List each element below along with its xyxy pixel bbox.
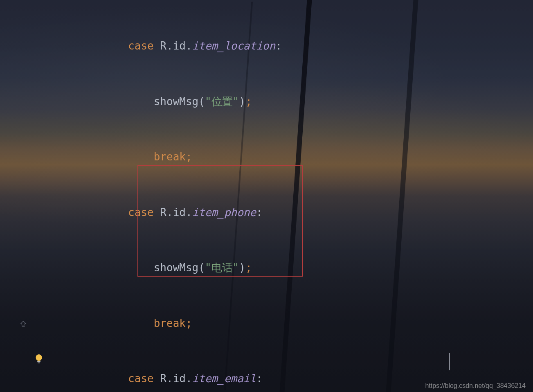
field-item-phone: item_phone [192, 206, 256, 219]
text-caret [449, 353, 450, 370]
id-id: id [173, 40, 186, 52]
field-item-location: item_location [192, 40, 276, 52]
str-phone: "电话" [205, 261, 239, 274]
field-item-email: item_email [192, 372, 256, 385]
fn-showmsg: showMsg [154, 95, 199, 108]
kw-break: break [154, 151, 186, 163]
kw-case: case [128, 40, 154, 52]
watermark: https://blog.csdn.net/qq_38436214 [425, 382, 526, 390]
id-R: R [160, 40, 166, 52]
code-area[interactable]: case R.id.item_location: showMsg("位置"); … [0, 0, 533, 392]
code-editor[interactable]: case R.id.item_location: showMsg("位置"); … [0, 0, 533, 392]
str-location: "位置" [205, 95, 239, 108]
